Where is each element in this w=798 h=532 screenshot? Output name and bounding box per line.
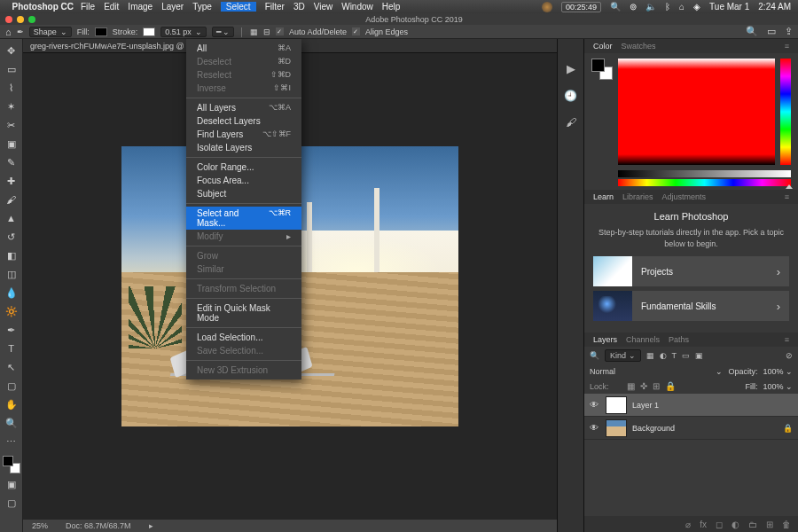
learn-card-projects[interactable]: Projects ›: [593, 256, 789, 286]
history-panel-icon[interactable]: 🕘: [564, 90, 577, 102]
edit-toolbar[interactable]: ⋯: [4, 434, 20, 450]
color-spectrum[interactable]: [618, 59, 775, 165]
layer-name[interactable]: Background: [632, 424, 675, 433]
dropbox-icon[interactable]: ◈: [693, 2, 700, 12]
tab-swatches[interactable]: Swatches: [622, 42, 656, 51]
visibility-icon[interactable]: 👁: [590, 423, 600, 433]
menu-item-load-selection[interactable]: Load Selection...: [186, 331, 301, 344]
filter-type-icon[interactable]: T: [672, 351, 677, 360]
expand-panels-icon[interactable]: ▶: [567, 62, 575, 75]
color-fg-bg-swatch[interactable]: [591, 59, 613, 80]
lock-artboard-icon[interactable]: ⊞: [653, 381, 660, 391]
home-icon[interactable]: ⌂: [5, 27, 12, 37]
layer-mask-icon[interactable]: ◻: [716, 520, 723, 529]
new-layer-icon[interactable]: ⊞: [766, 520, 773, 529]
pen-tool[interactable]: ✒: [4, 322, 20, 338]
layer-filter-select[interactable]: Kind ⌄: [605, 349, 641, 362]
path-select-tool[interactable]: ↖: [4, 359, 20, 375]
blur-tool[interactable]: 💧: [4, 285, 20, 301]
lasso-tool[interactable]: ⌇: [4, 80, 20, 96]
frame-tool[interactable]: ▣: [4, 136, 20, 152]
align-edges-checkbox[interactable]: ✓: [352, 27, 360, 35]
link-layers-icon[interactable]: ⌀: [685, 520, 691, 529]
path-ops-icon[interactable]: ▦: [250, 27, 258, 36]
status-arrow-icon[interactable]: ▸: [149, 521, 153, 530]
menu-item-all-layers[interactable]: All Layers⌥⌘A: [186, 101, 301, 114]
volume-icon[interactable]: 🔈: [645, 2, 656, 12]
gradient-tool[interactable]: ◫: [4, 266, 20, 282]
auto-add-delete-checkbox[interactable]: ✓: [276, 27, 284, 35]
hue-slider-vertical[interactable]: [780, 59, 791, 165]
grayscale-ramp[interactable]: [618, 170, 791, 177]
menubar-filter[interactable]: Filter: [265, 2, 285, 12]
learn-card-fundamentals[interactable]: Fundamental Skills ›: [593, 291, 789, 321]
alignment-icon[interactable]: ⊟: [263, 27, 270, 36]
share-icon[interactable]: ⇪: [785, 26, 793, 37]
stamp-tool[interactable]: ▲: [4, 210, 20, 226]
lock-pixels-icon[interactable]: ▦: [627, 381, 635, 391]
spotlight-icon[interactable]: 🔍: [610, 2, 621, 12]
visibility-icon[interactable]: 👁: [590, 400, 600, 410]
filter-shape-icon[interactable]: ▭: [682, 351, 690, 360]
menubar-image[interactable]: Image: [128, 2, 153, 12]
close-window-button[interactable]: [5, 16, 12, 23]
tab-adjustments[interactable]: Adjustments: [662, 192, 707, 201]
menu-item-focus-area[interactable]: Focus Area...: [186, 174, 301, 187]
eyedropper-tool[interactable]: ✎: [4, 154, 20, 170]
tab-learn[interactable]: Learn: [593, 192, 614, 201]
doc-size[interactable]: Doc: 68.7M/68.7M: [66, 521, 131, 530]
workspace-icon[interactable]: ▭: [767, 26, 776, 37]
screen-mode-toggle[interactable]: ▢: [4, 495, 20, 511]
rectangle-tool[interactable]: ▢: [4, 378, 20, 394]
canvas[interactable]: All⌘ADeselect⌘DReselect⇧⌘DInverse⇧⌘IAll …: [23, 53, 557, 520]
hand-tool[interactable]: ✋: [4, 396, 20, 412]
hue-ramp[interactable]: [618, 179, 791, 186]
bluetooth-icon[interactable]: ᛒ: [665, 2, 670, 12]
layer-thumbnail[interactable]: [606, 396, 627, 414]
layer-name[interactable]: Layer 1: [632, 401, 659, 410]
delete-layer-icon[interactable]: 🗑: [782, 520, 791, 529]
filter-pixel-icon[interactable]: ▦: [646, 351, 654, 360]
healing-tool[interactable]: ✚: [4, 173, 20, 189]
menu-item-all[interactable]: All⌘A: [186, 42, 301, 55]
quick-mask-toggle[interactable]: ▣: [4, 476, 20, 492]
quick-select-tool[interactable]: ✶: [4, 98, 20, 114]
filter-smart-icon[interactable]: ▣: [695, 351, 703, 360]
menu-item-isolate-layers[interactable]: Isolate Layers: [186, 141, 301, 154]
menubar-view[interactable]: View: [314, 2, 333, 12]
opacity-input[interactable]: 100% ⌄: [763, 367, 793, 376]
layer-row[interactable]: 👁Layer 1: [584, 394, 798, 417]
stroke-style-select[interactable]: ━ ⌄: [212, 27, 235, 37]
filter-toggle[interactable]: ⊘: [786, 351, 793, 360]
menubar-file[interactable]: File: [81, 2, 95, 12]
menubar-type[interactable]: Type: [192, 2, 212, 12]
menu-item-subject[interactable]: Subject: [186, 187, 301, 200]
search-icon[interactable]: 🔍: [746, 26, 758, 37]
crop-tool[interactable]: ✂: [4, 117, 20, 133]
tab-channels[interactable]: Channels: [626, 335, 660, 344]
dodge-tool[interactable]: 🔆: [4, 303, 20, 319]
panel-menu-icon[interactable]: ≡: [785, 42, 789, 51]
history-brush-tool[interactable]: ↺: [4, 229, 20, 245]
layer-row[interactable]: 👁Background🔒: [584, 417, 798, 440]
group-icon[interactable]: 🗀: [748, 520, 757, 529]
menubar-time[interactable]: 2:24 AM: [758, 2, 791, 12]
panel-menu-icon[interactable]: ≡: [785, 192, 789, 201]
menubar-3d[interactable]: 3D: [293, 2, 305, 12]
menubar-layer[interactable]: Layer: [161, 2, 184, 12]
menu-item-deselect-layers[interactable]: Deselect Layers: [186, 114, 301, 128]
stroke-width-input[interactable]: 0.51 px ⌄: [160, 27, 207, 37]
wifi-icon[interactable]: ⊚: [630, 2, 637, 12]
tab-libraries[interactable]: Libraries: [622, 192, 653, 201]
minimize-window-button[interactable]: [17, 16, 24, 23]
brush-panel-icon[interactable]: 🖌: [566, 116, 576, 129]
filter-icon[interactable]: 🔍: [590, 351, 599, 360]
lock-all-icon[interactable]: 🔒: [665, 381, 676, 391]
menu-item-edit-in-quick-mask-mode[interactable]: Edit in Quick Mask Mode: [186, 301, 301, 325]
cc-icon[interactable]: ⌂: [679, 2, 685, 12]
panel-menu-icon[interactable]: ≡: [785, 335, 789, 344]
menu-item-select-and-mask[interactable]: Select and Mask...⌥⌘R: [186, 207, 301, 230]
menubar-window[interactable]: Window: [341, 2, 373, 12]
menubar-date[interactable]: Tue Mar 1: [709, 2, 749, 12]
menu-item-color-range[interactable]: Color Range...: [186, 160, 301, 174]
